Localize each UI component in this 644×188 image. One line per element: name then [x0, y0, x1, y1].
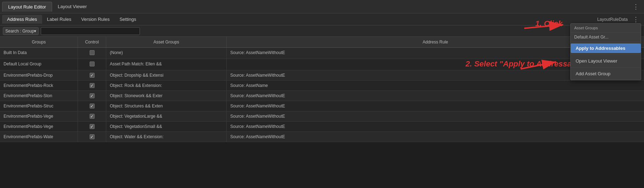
cell-control	[78, 81, 106, 90]
checkbox-checked[interactable]	[90, 93, 95, 98]
main-layout: Layout Rule Editor Layout Viewer ⋮ Addre…	[0, 0, 644, 188]
cell-group: EnvironmentPrefabs-Vege	[0, 111, 78, 121]
cell-control	[78, 91, 106, 101]
cell-asset-groups: Object: Structures && Exten	[106, 101, 227, 111]
dropdown-menu: Asset Groups Default Asset Gr... Apply t…	[570, 23, 641, 80]
tab-version-rules[interactable]: Version Rules	[76, 15, 114, 24]
table-body: Built In Data(None)Source: AssetNameWith…	[0, 48, 644, 142]
search-dropdown[interactable]: Search : Group▾	[3, 27, 39, 35]
tab-layout-viewer[interactable]: Layout Viewer	[52, 2, 92, 11]
cell-address-rule: Source: AssetNameWithoutE	[227, 101, 644, 111]
add-asset-group-button[interactable]: Add Asset Group	[571, 69, 641, 78]
tab-label-rules[interactable]: Label Rules	[42, 15, 77, 24]
apply-to-addressables-button[interactable]: Apply to Addressables	[571, 43, 641, 53]
top-tab-bar: Layout Rule Editor Layout Viewer ⋮	[0, 0, 644, 13]
cell-asset-groups: Object: VegetationLarge &&	[106, 111, 227, 121]
table-header: Groups Control Asset Groups Address Rule	[0, 37, 644, 48]
table-row[interactable]: EnvironmentPrefabs-StonObject: Stonework…	[0, 91, 644, 101]
table-row[interactable]: EnvironmentPrefabs-StrucObject: Structur…	[0, 101, 644, 111]
cell-control	[78, 59, 106, 70]
search-bar: Search : Group▾	[0, 25, 644, 37]
checkbox-checked[interactable]	[90, 83, 95, 88]
cell-control	[78, 132, 106, 142]
panel-asset-groups-label: Asset Groups	[571, 24, 641, 33]
checkbox-unchecked[interactable]	[90, 61, 95, 66]
open-layout-viewer-button[interactable]: Open Layout Viewer	[571, 56, 641, 66]
checkbox-checked[interactable]	[90, 104, 95, 108]
cell-group: Built In Data	[0, 48, 78, 59]
tab-settings[interactable]: Settings	[114, 15, 141, 24]
cell-group: EnvironmentPrefabs-Wate	[0, 132, 78, 142]
layout-rule-label: LayoutRuleData	[597, 17, 630, 22]
cell-asset-groups: Object: Rock && Extension:	[106, 81, 227, 90]
second-three-dots-button[interactable]: ⋮	[630, 14, 642, 25]
cell-group: EnvironmentPrefabs-Drop	[0, 70, 78, 80]
table-row[interactable]: EnvironmentPrefabs-VegeObject: Vegetatio…	[0, 111, 644, 122]
cell-asset-groups: Object: Dropship && Extensi	[106, 70, 227, 80]
cell-asset-groups: Object: Stonework && Exter	[106, 91, 227, 101]
cell-group: Default Local Group	[0, 59, 78, 70]
cell-control	[78, 122, 106, 131]
search-dropdown-label: Search : Group▾	[5, 29, 36, 34]
tab-address-rules[interactable]: Address Rules	[2, 15, 42, 24]
second-tab-bar: Address Rules Label Rules Version Rules …	[0, 13, 644, 25]
col-header-control: Control	[78, 37, 106, 47]
col-header-asset-groups: Asset Groups	[106, 37, 227, 47]
checkbox-checked[interactable]	[90, 73, 95, 78]
search-input[interactable]	[41, 27, 140, 35]
table-row[interactable]: EnvironmentPrefabs-WateObject: Water && …	[0, 132, 644, 142]
panel-default-asset-label: Default Asset Gr...	[571, 33, 641, 42]
cell-control	[78, 111, 106, 121]
table-row[interactable]: EnvironmentPrefabs-RockObject: Rock && E…	[0, 81, 644, 91]
cell-group: EnvironmentPrefabs-Struc	[0, 101, 78, 111]
col-header-groups: Groups	[0, 37, 78, 47]
cell-asset-groups: (None)	[106, 48, 227, 59]
cell-group: EnvironmentPrefabs-Ston	[0, 91, 78, 101]
table-row[interactable]: EnvironmentPrefabs-DropObject: Dropship …	[0, 70, 644, 81]
tab-layout-rule-editor[interactable]: Layout Rule Editor	[2, 2, 52, 12]
table-row[interactable]: EnvironmentPrefabs-VegeObject: Vegetatio…	[0, 122, 644, 132]
top-three-dots-button[interactable]: ⋮	[630, 1, 642, 12]
cell-address-rule: Source: AssetNameWithoutE	[227, 111, 644, 121]
checkbox-checked[interactable]	[90, 114, 95, 119]
table-row[interactable]: Default Local GroupAsset Path Match: Ell…	[0, 59, 644, 70]
cell-address-rule: Source: AssetNameWithoutE	[227, 122, 644, 131]
checkbox-checked[interactable]	[90, 134, 95, 139]
cell-asset-groups: Object: Water && Extension:	[106, 132, 227, 142]
checkbox-unchecked[interactable]	[90, 50, 95, 55]
cell-asset-groups: Asset Path Match: Ellen &&	[106, 59, 227, 70]
cell-control	[78, 70, 106, 80]
cell-address-rule: Source: AssetNameWithoutE	[227, 132, 644, 142]
cell-control	[78, 48, 106, 59]
cell-group: EnvironmentPrefabs-Vege	[0, 122, 78, 131]
cell-asset-groups: Object: VegetationSmall &&	[106, 122, 227, 131]
cell-address-rule: Source: AssetNameWithoutE	[227, 91, 644, 101]
table-row[interactable]: Built In Data(None)Source: AssetNameWith…	[0, 48, 644, 59]
checkbox-checked[interactable]	[90, 124, 95, 129]
cell-control	[78, 101, 106, 111]
cell-address-rule: Source: AssetName	[227, 81, 644, 90]
cell-group: EnvironmentPrefabs-Rock	[0, 81, 78, 90]
